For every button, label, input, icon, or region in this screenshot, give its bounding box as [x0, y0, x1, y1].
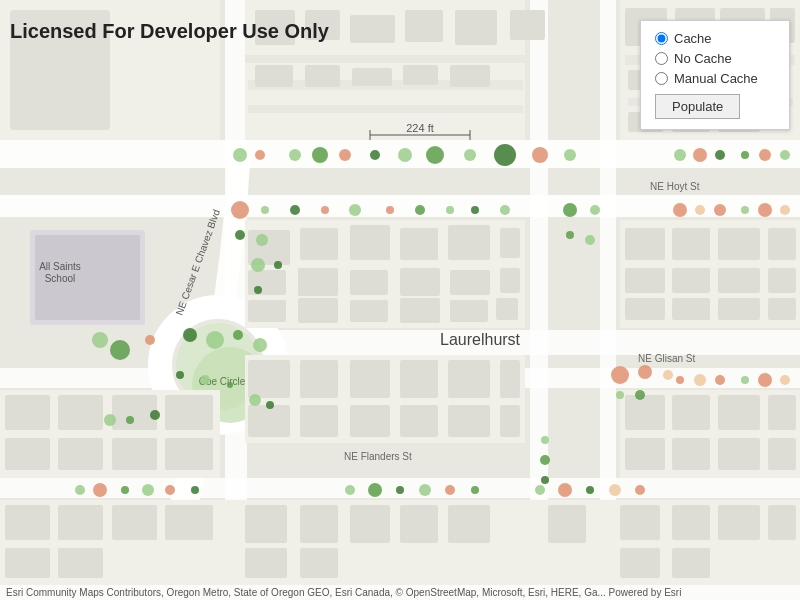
map-dot: [673, 203, 687, 217]
map-dot: [471, 486, 479, 494]
svg-rect-69: [672, 268, 710, 293]
svg-rect-94: [350, 405, 390, 437]
svg-rect-74: [718, 298, 760, 320]
svg-rect-111: [165, 505, 213, 540]
map-dot: [780, 375, 790, 385]
map-dot: [741, 151, 749, 159]
svg-rect-28: [352, 68, 392, 86]
svg-rect-109: [58, 505, 103, 540]
map-dot: [233, 148, 247, 162]
svg-rect-73: [672, 298, 710, 320]
map-dot: [780, 205, 790, 215]
svg-rect-72: [625, 298, 665, 320]
map-dot: [233, 330, 243, 340]
svg-rect-60: [400, 298, 440, 323]
map-dot: [638, 365, 652, 379]
map-dot: [532, 147, 548, 163]
map-dot: [741, 376, 749, 384]
svg-rect-66: [718, 228, 760, 260]
map-dot: [758, 373, 772, 387]
map-dot: [471, 206, 479, 214]
svg-rect-122: [5, 548, 50, 578]
svg-rect-18: [305, 10, 340, 40]
svg-rect-100: [672, 395, 710, 430]
svg-rect-101: [718, 395, 760, 430]
map-dot: [266, 401, 274, 409]
map-dot: [396, 486, 404, 494]
svg-rect-118: [620, 505, 660, 540]
svg-rect-77: [5, 395, 50, 430]
map-dot: [563, 203, 577, 217]
svg-rect-117: [548, 505, 586, 543]
svg-rect-82: [58, 438, 103, 470]
svg-rect-62: [496, 298, 518, 320]
svg-rect-115: [400, 505, 438, 543]
legend-panel: Cache No Cache Manual Cache Populate: [640, 20, 790, 130]
map-dot: [419, 484, 431, 496]
svg-rect-65: [672, 228, 710, 260]
map-dot: [616, 391, 624, 399]
map-dot: [541, 436, 549, 444]
map-dot: [227, 382, 233, 388]
map-dot: [540, 455, 550, 465]
map-dot: [635, 485, 645, 495]
map-dot: [92, 332, 108, 348]
svg-rect-88: [350, 360, 390, 398]
map-dot: [663, 370, 673, 380]
svg-rect-19: [350, 15, 395, 43]
svg-rect-90: [448, 360, 490, 398]
map-dot: [780, 150, 790, 160]
svg-rect-102: [768, 395, 796, 430]
svg-rect-108: [5, 505, 50, 540]
attribution-bar: Esri Community Maps Contributors, Oregon…: [0, 585, 800, 600]
svg-rect-124: [245, 548, 287, 578]
svg-rect-99: [625, 395, 665, 430]
map-dot: [558, 483, 572, 497]
map-dot: [183, 328, 197, 342]
map-dot: [714, 204, 726, 216]
svg-rect-83: [112, 438, 157, 470]
svg-text:School: School: [45, 273, 76, 284]
map-dot: [564, 149, 576, 161]
map-dot: [150, 410, 160, 420]
map-dot: [253, 338, 267, 352]
svg-rect-84: [165, 438, 213, 470]
svg-rect-95: [400, 405, 438, 437]
no-cache-label: No Cache: [674, 51, 732, 66]
svg-rect-86: [248, 360, 290, 398]
svg-rect-61: [450, 300, 488, 322]
map-dot: [145, 335, 155, 345]
map-dot: [590, 205, 600, 215]
manual-cache-radio[interactable]: [655, 72, 668, 85]
map-dot: [445, 485, 455, 495]
map-dot: [126, 416, 134, 424]
populate-button[interactable]: Populate: [655, 94, 740, 119]
cache-label: Cache: [674, 31, 712, 46]
map-dot: [693, 148, 707, 162]
svg-text:NE Hoyt St: NE Hoyt St: [650, 181, 700, 192]
svg-rect-53: [350, 270, 388, 295]
svg-rect-23: [245, 55, 525, 63]
svg-rect-106: [768, 438, 796, 470]
svg-rect-26: [255, 65, 293, 87]
cache-radio[interactable]: [655, 32, 668, 45]
map-dot: [191, 486, 199, 494]
map-dot: [609, 484, 621, 496]
no-cache-radio[interactable]: [655, 52, 668, 65]
svg-rect-59: [350, 300, 388, 322]
svg-rect-46: [300, 228, 338, 260]
map-dot: [741, 206, 749, 214]
svg-rect-57: [248, 300, 286, 322]
svg-rect-30: [450, 65, 490, 87]
svg-rect-67: [768, 228, 796, 260]
map-dot: [694, 374, 706, 386]
map-dot: [274, 261, 282, 269]
svg-text:224 ft: 224 ft: [406, 122, 434, 134]
map-dot: [75, 485, 85, 495]
map-dot: [321, 206, 329, 214]
map-dot: [611, 366, 629, 384]
manual-cache-label: Manual Cache: [674, 71, 758, 86]
map-dot: [165, 485, 175, 495]
map-dot: [142, 484, 154, 496]
svg-text:NE Glisan St: NE Glisan St: [638, 353, 695, 364]
